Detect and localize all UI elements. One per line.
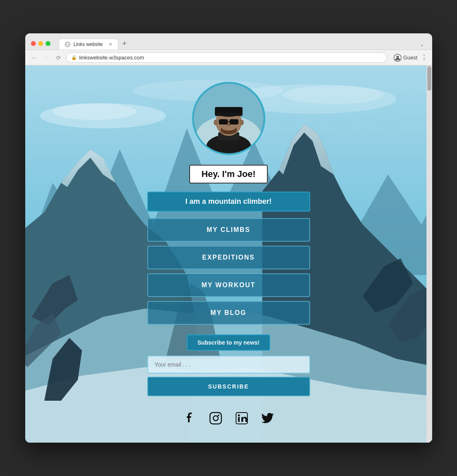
my-climbs-link[interactable]: MY CLIMBS — [147, 218, 310, 242]
traffic-lights — [31, 41, 50, 46]
svg-point-43 — [213, 416, 218, 421]
svg-point-39 — [214, 120, 218, 125]
minimize-button[interactable] — [38, 41, 43, 46]
twitter-svg — [261, 412, 274, 425]
email-input[interactable] — [147, 356, 310, 373]
svg-point-40 — [240, 120, 244, 125]
reload-button[interactable]: ⟳ — [55, 54, 63, 62]
tab-title: Links website — [74, 41, 103, 47]
back-button[interactable]: ← — [30, 54, 39, 62]
tab-bar: Links website ✕ + ⌄ — [59, 37, 426, 50]
forward-button[interactable]: → — [42, 54, 51, 62]
avatar-image — [194, 83, 264, 153]
svg-rect-33 — [230, 119, 238, 124]
my-workout-label: MY WORKOUT — [201, 282, 256, 288]
facebook-svg — [183, 412, 196, 425]
browser-addressbar: ← → ⟳ 🔒 linkswebsite.w3spaces.com Guest … — [25, 50, 432, 66]
account-icon — [394, 54, 402, 62]
active-tab[interactable]: Links website ✕ — [59, 39, 118, 50]
my-blog-label: MY BLOG — [210, 309, 246, 316]
tab-more-button[interactable]: ⌄ — [418, 39, 426, 50]
browser-titlebar: Links website ✕ + ⌄ — [25, 33, 432, 50]
my-blog-link[interactable]: MY BLOG — [147, 301, 310, 325]
linkedin-svg — [235, 412, 248, 425]
website-content: Hey. I'm Joe! I am a mountain climber! M… — [25, 66, 432, 443]
browser-menu-button[interactable]: ⋮ — [421, 54, 427, 61]
tagline-text: I am a mountain climber! — [185, 197, 271, 205]
guest-label: Guest — [403, 55, 418, 61]
svg-rect-32 — [219, 119, 228, 124]
browser-controls-right: Guest ⋮ — [394, 54, 427, 62]
page-content: Hey. I'm Joe! I am a mountain climber! M… — [25, 66, 432, 443]
instagram-icon[interactable] — [208, 410, 224, 426]
svg-rect-38 — [216, 113, 242, 116]
account-button[interactable]: Guest — [394, 54, 418, 62]
browser-window: Links website ✕ + ⌄ ← → ⟳ 🔒 linkswebsite… — [25, 33, 432, 443]
tagline-button[interactable]: I am a mountain climber! — [147, 192, 310, 212]
svg-point-37 — [222, 126, 235, 131]
name-badge: Hey. I'm Joe! — [189, 165, 268, 183]
maximize-button[interactable] — [46, 41, 50, 46]
avatar-container — [192, 82, 265, 155]
expeditions-label: EXPEDITIONS — [202, 254, 255, 261]
twitter-icon[interactable] — [260, 410, 276, 426]
subscribe-label-text: Subscribe to my news! — [197, 339, 259, 346]
svg-rect-46 — [238, 417, 240, 422]
address-bar[interactable]: 🔒 linkswebsite.w3spaces.com — [66, 52, 387, 63]
my-climbs-label: MY CLIMBS — [207, 226, 250, 233]
subscribe-button-text: SUBSCRIBE — [208, 383, 249, 390]
svg-point-47 — [238, 415, 240, 417]
subscribe-button[interactable]: SUBSCRIBE — [147, 377, 310, 396]
subscribe-label-button[interactable]: Subscribe to my news! — [187, 334, 270, 351]
tab-close-button[interactable]: ✕ — [109, 42, 112, 47]
svg-point-44 — [218, 415, 219, 416]
expeditions-link[interactable]: EXPEDITIONS — [147, 246, 310, 269]
greeting-text: Hey. I'm Joe! — [201, 169, 256, 179]
instagram-svg — [209, 412, 222, 425]
facebook-icon[interactable] — [181, 410, 198, 426]
tab-favicon-icon — [65, 41, 70, 47]
new-tab-button[interactable]: + — [118, 37, 131, 50]
social-icons — [181, 410, 276, 426]
linkedin-icon[interactable] — [234, 410, 250, 426]
lock-icon: 🔒 — [71, 55, 77, 60]
svg-rect-42 — [210, 413, 221, 424]
url-text: linkswebsite.w3spaces.com — [79, 55, 144, 61]
close-button[interactable] — [31, 41, 36, 46]
my-workout-link[interactable]: MY WORKOUT — [147, 273, 310, 297]
